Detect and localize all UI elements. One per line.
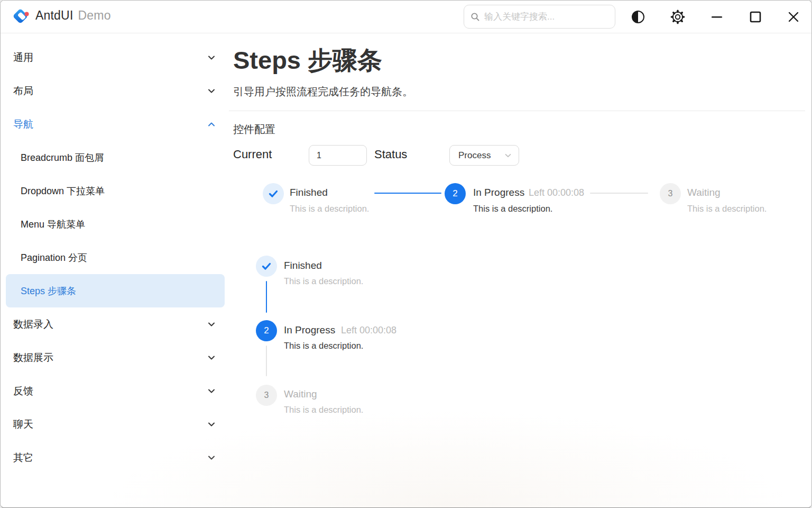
sidebar-item-label: Dropdown 下拉菜单 [21, 185, 105, 197]
chevron-down-icon [207, 386, 216, 396]
sidebar-item-label: 数据录入 [13, 318, 53, 331]
step-title: Waiting [284, 388, 317, 400]
step-number: 3 [668, 189, 673, 198]
step-finished-circle [256, 256, 277, 277]
step-finished-circle [263, 183, 284, 204]
sidebar-item-label: Breadcrumb 面包屑 [21, 151, 104, 164]
sidebar-item-menu[interactable]: Menu 导航菜单 [6, 207, 225, 241]
status-label: Status [374, 148, 407, 161]
page-subtitle: 引导用户按照流程完成任务的导航条。 [233, 85, 413, 99]
sidebar-group-navigation[interactable]: 导航 [6, 107, 225, 141]
maximize-icon [749, 11, 762, 23]
settings-button[interactable] [667, 6, 688, 28]
step-waiting-circle: 3 [256, 385, 277, 406]
theme-toggle-button[interactable] [628, 6, 649, 28]
theme-half-circle-icon [631, 10, 645, 24]
chevron-down-icon [207, 353, 216, 362]
step-number: 2 [453, 188, 457, 199]
app-title: AntdUIDemo [35, 8, 111, 23]
step-description: This is a description. [290, 204, 369, 214]
app-title-sub: Demo [78, 8, 111, 22]
status-select-value: Process [458, 150, 504, 161]
current-input[interactable] [309, 145, 367, 166]
current-label: Current [233, 148, 272, 161]
sidebar-group-feedback[interactable]: 反馈 [6, 374, 225, 407]
divider [229, 111, 805, 111]
step-description: This is a description. [284, 405, 363, 415]
step-subtitle: Left 00:00:08 [529, 187, 584, 198]
step-connector [374, 193, 441, 194]
sidebar-group-general[interactable]: 通用 [6, 41, 225, 74]
chevron-down-icon [207, 320, 216, 329]
step-number: 2 [264, 325, 269, 336]
minimize-button[interactable] [706, 6, 727, 28]
minimize-icon [710, 11, 723, 23]
app-title-brand: AntdUI [35, 8, 73, 22]
step-description: This is a description. [284, 341, 363, 351]
sidebar-item-breadcrumb[interactable]: Breadcrumb 面包屑 [6, 141, 225, 174]
sidebar-item-label: 导航 [13, 117, 33, 131]
sidebar-item-label: 聊天 [13, 418, 33, 431]
step-title: Finished [290, 187, 328, 198]
sidebar-item-label: 通用 [13, 51, 33, 65]
page-title: Steps 步骤条 [233, 44, 382, 77]
config-section-title: 控件配置 [233, 122, 275, 137]
sidebar-item-label: 布局 [13, 84, 33, 98]
step-number: 3 [264, 391, 269, 400]
step-description: This is a description. [473, 204, 552, 214]
sidebar-item-label: 反馈 [13, 384, 33, 398]
sidebar-item-dropdown[interactable]: Dropdown 下拉菜单 [6, 174, 225, 207]
step-inprogress-circle: 2 [445, 183, 466, 204]
status-select[interactable]: Process [449, 145, 519, 166]
step-title: Waiting [687, 187, 721, 198]
search-box[interactable] [464, 5, 615, 29]
step-subtitle: Left 00:00:08 [341, 325, 396, 336]
sidebar-item-label: Steps 步骤条 [21, 285, 76, 297]
step-inprogress-circle: 2 [256, 320, 277, 341]
sidebar-group-data-entry[interactable]: 数据录入 [6, 307, 225, 341]
step-connector [266, 346, 267, 376]
sidebar-item-label: 数据展示 [13, 351, 53, 365]
sidebar-item-label: Menu 导航菜单 [21, 218, 85, 231]
step-description: This is a description. [284, 276, 363, 286]
app-window: AntdUIDemo [0, 0, 812, 508]
close-icon [787, 11, 800, 23]
step-title: In Progress [473, 187, 524, 198]
maximize-button[interactable] [745, 6, 766, 28]
app-logo-icon [12, 7, 31, 26]
step-waiting-circle: 3 [660, 183, 681, 204]
chevron-down-icon [207, 420, 216, 429]
check-icon [261, 261, 272, 271]
step-description: This is a description. [687, 204, 767, 214]
sidebar-group-other[interactable]: 其它 [6, 441, 225, 474]
chevron-down-icon [504, 151, 512, 160]
chevron-down-icon [207, 53, 216, 62]
chevron-down-icon [207, 86, 216, 96]
sidebar-item-label: 其它 [13, 451, 33, 465]
titlebar: AntdUIDemo [1, 1, 811, 33]
sidebar: 通用 布局 导航 Breadcrumb 面包屑 Dropdown 下拉菜单 Me… [6, 41, 225, 474]
gear-icon [670, 10, 685, 24]
step-connector [266, 281, 267, 313]
chevron-down-icon [207, 453, 216, 462]
step-connector [590, 193, 648, 194]
search-input[interactable] [484, 12, 608, 22]
step-title: Finished [284, 260, 322, 271]
sidebar-group-layout[interactable]: 布局 [6, 74, 225, 107]
sidebar-item-pagination[interactable]: Pagination 分页 [6, 241, 225, 274]
check-icon [268, 188, 279, 199]
sidebar-group-chat[interactable]: 聊天 [6, 407, 225, 441]
sidebar-item-label: Pagination 分页 [21, 251, 87, 264]
sidebar-item-steps[interactable]: Steps 步骤条 [6, 274, 225, 307]
step-title: In Progress [284, 324, 335, 336]
close-button[interactable] [783, 6, 804, 28]
sidebar-group-data-display[interactable]: 数据展示 [6, 341, 225, 374]
chevron-up-icon [207, 120, 216, 129]
search-icon [470, 12, 480, 22]
